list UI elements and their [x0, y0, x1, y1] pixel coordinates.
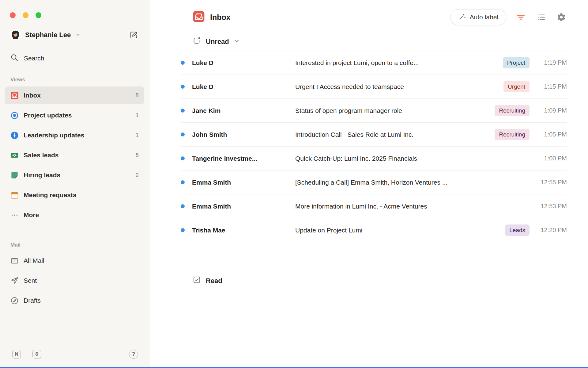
- email-sender: Luke D: [192, 59, 295, 67]
- sidebar-item-all-mail[interactable]: All Mail: [5, 252, 144, 270]
- pencil-circle-icon: [10, 297, 19, 305]
- unread-dot: [181, 109, 185, 113]
- help-button[interactable]: ?: [129, 350, 138, 359]
- sidebar-item-meeting-requests[interactable]: Meeting requests: [5, 186, 144, 204]
- chevron-down-icon[interactable]: [75, 32, 81, 37]
- search-button[interactable]: Search: [10, 53, 139, 63]
- calendar-app-badge[interactable]: 6: [32, 350, 41, 358]
- sidebar-item-inbox[interactable]: Inbox 8: [5, 86, 144, 104]
- notion-logo-badge[interactable]: N: [12, 350, 21, 358]
- unread-dot: [181, 156, 185, 160]
- list-view-button[interactable]: [536, 12, 547, 23]
- inbox-header: Inbox Auto label: [181, 9, 567, 26]
- views-nav: Inbox 8 Project updates 1 Lead: [0, 86, 149, 226]
- bottom-edge-accent: [0, 367, 588, 368]
- mailbox-icon: [10, 257, 19, 265]
- email-subject: Quick Catch-Up: Lumi Inc. 2025 Financial…: [295, 155, 530, 162]
- email-label-chip[interactable]: Project: [503, 57, 530, 68]
- email-label-chip[interactable]: Urgent: [503, 81, 530, 92]
- email-subject: Introduction Call - Sales Role at Lumi I…: [295, 131, 488, 138]
- email-label-chip[interactable]: Recruiting: [495, 129, 530, 140]
- banknote-icon: [10, 151, 19, 159]
- mail-nav: All Mail Sent Drafts: [0, 252, 149, 312]
- sidebar-item-label: Project updates: [24, 112, 72, 119]
- sidebar-footer: N 6 ?: [0, 350, 149, 368]
- email-row[interactable]: Tangerine Investme... Quick Catch-Up: Lu…: [181, 147, 567, 171]
- inbox-icon: [10, 91, 19, 100]
- email-sender: Emma Smith: [192, 203, 295, 210]
- email-subject: Status of open program manager role: [295, 107, 488, 114]
- auto-label-text: Auto label: [470, 13, 498, 21]
- checkbox-checked-icon: [193, 276, 201, 286]
- wand-icon: [458, 13, 466, 22]
- email-label-chip[interactable]: Leads: [505, 224, 530, 236]
- unread-dot: [181, 132, 185, 136]
- minimize-window-button[interactable]: [23, 12, 28, 18]
- email-sender: Emma Smith: [192, 179, 295, 186]
- unread-group-label: Unread: [206, 38, 229, 46]
- email-row[interactable]: Emma Smith [Scheduling a Call] Emma Smit…: [181, 171, 567, 194]
- avatar[interactable]: [10, 29, 21, 40]
- footer-badges: N 6: [12, 350, 41, 358]
- unread-count-badge: 8: [135, 152, 139, 159]
- email-label-chip[interactable]: Recruiting: [495, 105, 530, 116]
- mark-unread-icon: [193, 36, 201, 47]
- sidebar-item-label: Sales leads: [24, 151, 58, 159]
- sidebar-item-label: Meeting requests: [24, 191, 77, 199]
- compose-button[interactable]: [130, 31, 138, 39]
- email-row[interactable]: John Smith Introduction Call - Sales Rol…: [181, 123, 567, 147]
- sidebar-item-sent[interactable]: Sent: [5, 272, 144, 289]
- note-icon: [10, 171, 19, 179]
- email-time: 1:09 PM: [530, 107, 567, 114]
- chevron-down-icon[interactable]: [234, 38, 240, 46]
- section-title-mail: Mail: [10, 242, 149, 248]
- settings-gear-icon[interactable]: [556, 12, 567, 23]
- email-row[interactable]: Luke D Interested in project Lumi, open …: [181, 51, 567, 75]
- sidebar-item-more[interactable]: More: [5, 206, 144, 224]
- sidebar-item-drafts[interactable]: Drafts: [5, 292, 144, 309]
- sidebar-item-label: More: [24, 211, 39, 219]
- email-row[interactable]: Emma Smith More information in Lumi Inc.…: [181, 194, 567, 218]
- sidebar: Stephanie Lee Search Views: [0, 0, 149, 368]
- header-actions: Auto label: [450, 9, 567, 25]
- auto-label-button[interactable]: Auto label: [450, 9, 506, 25]
- inbox-icon: [193, 10, 205, 24]
- inbox-pane: Inbox Auto label: [149, 0, 588, 368]
- email-row[interactable]: Luke D Urgent ! Access needed to teamspa…: [181, 75, 567, 99]
- sidebar-item-label: Inbox: [24, 92, 41, 99]
- email-sender: John Smith: [192, 131, 295, 138]
- email-sender: Luke D: [192, 83, 295, 90]
- unread-count-badge: 8: [135, 92, 139, 99]
- page-title: Inbox: [210, 13, 231, 22]
- sidebar-item-label: All Mail: [24, 257, 44, 264]
- unread-dot: [181, 85, 185, 89]
- close-window-button[interactable]: [10, 12, 16, 18]
- zoom-window-button[interactable]: [36, 12, 41, 18]
- search-icon: [10, 53, 18, 63]
- sidebar-item-label: Leadership updates: [24, 132, 84, 139]
- ellipsis-icon: [10, 211, 19, 219]
- section-title-views: Views: [10, 77, 149, 83]
- paper-plane-icon: [10, 277, 19, 285]
- unread-group-header[interactable]: Unread: [181, 33, 567, 51]
- email-subject: Urgent ! Access needed to teamspace: [295, 83, 497, 90]
- sidebar-item-leadership-updates[interactable]: Leadership updates 1: [5, 126, 144, 144]
- sidebar-item-project-updates[interactable]: Project updates 1: [5, 106, 144, 124]
- sidebar-item-label: Sent: [24, 277, 37, 284]
- unread-count-badge: 2: [135, 172, 139, 178]
- user-name[interactable]: Stephanie Lee: [25, 31, 71, 39]
- mail-app-window: Stephanie Lee Search Views: [0, 0, 588, 368]
- unread-dot: [181, 204, 185, 208]
- filter-button[interactable]: [515, 12, 526, 23]
- sidebar-item-sales-leads[interactable]: Sales leads 8: [5, 146, 144, 164]
- sidebar-item-label: Hiring leads: [24, 171, 60, 179]
- email-time: 1:00 PM: [530, 155, 567, 162]
- email-subject: Update on Project Lumi: [295, 227, 498, 234]
- sidebar-item-label: Drafts: [24, 297, 41, 304]
- email-row[interactable]: Jane Kim Status of open program manager …: [181, 99, 567, 123]
- read-group-header[interactable]: Read: [181, 272, 567, 290]
- email-sender: Jane Kim: [192, 107, 295, 114]
- sidebar-item-hiring-leads[interactable]: Hiring leads 2: [5, 166, 144, 184]
- email-row[interactable]: Trisha Mae Update on Project Lumi Leads …: [181, 218, 567, 242]
- email-list: Luke D Interested in project Lumi, open …: [181, 51, 567, 242]
